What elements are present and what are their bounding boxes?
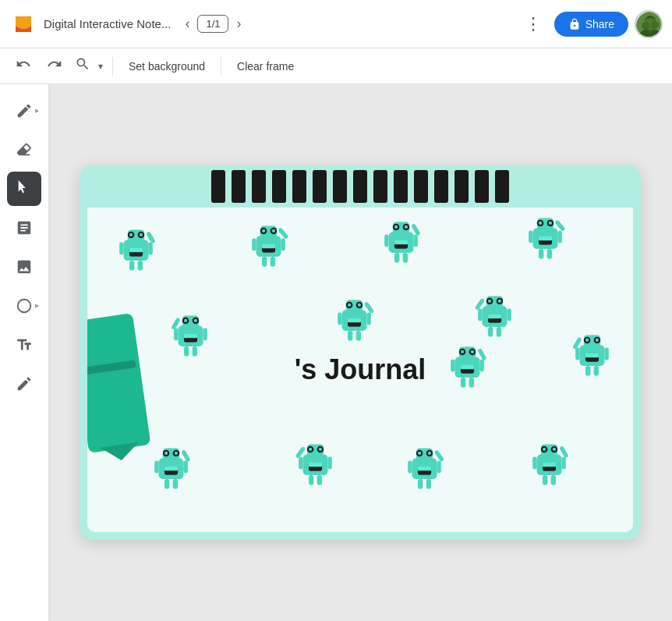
svg-point-65 bbox=[194, 319, 197, 322]
svg-rect-84 bbox=[356, 331, 361, 341]
svg-point-117 bbox=[596, 339, 599, 342]
robot-4 bbox=[520, 211, 571, 274]
svg-point-7 bbox=[18, 300, 31, 313]
svg-rect-41 bbox=[394, 240, 408, 244]
undo-button[interactable] bbox=[9, 51, 37, 80]
svg-rect-120 bbox=[575, 348, 579, 360]
notes-tool[interactable] bbox=[7, 211, 41, 245]
journal-title: 's Journal bbox=[295, 353, 426, 386]
svg-rect-68 bbox=[174, 328, 178, 341]
svg-rect-107 bbox=[451, 360, 454, 372]
more-options-button[interactable]: ⋮ bbox=[518, 11, 548, 37]
robot-11 bbox=[290, 438, 341, 500]
robot-8 bbox=[442, 340, 493, 403]
svg-rect-123 bbox=[594, 366, 599, 376]
svg-point-77 bbox=[348, 303, 351, 307]
zoom-button[interactable] bbox=[72, 52, 94, 80]
svg-point-26 bbox=[272, 229, 275, 232]
svg-rect-173 bbox=[562, 457, 566, 470]
svg-rect-70 bbox=[184, 346, 189, 357]
svg-point-12 bbox=[129, 233, 133, 236]
svg-point-78 bbox=[358, 303, 361, 307]
svg-rect-121 bbox=[605, 348, 609, 360]
app-logo bbox=[9, 10, 37, 38]
svg-rect-149 bbox=[317, 475, 322, 485]
svg-rect-30 bbox=[281, 239, 285, 251]
pen-tool[interactable] bbox=[7, 94, 41, 128]
document-title: Digital Interactive Note... bbox=[44, 17, 171, 30]
svg-point-4 bbox=[642, 22, 649, 30]
robot-2 bbox=[243, 219, 294, 282]
svg-rect-172 bbox=[532, 457, 536, 470]
prev-page-button[interactable]: ‹ bbox=[180, 12, 194, 35]
svg-point-25 bbox=[262, 229, 265, 232]
svg-point-169 bbox=[553, 448, 556, 451]
spiral-coil-13 bbox=[454, 170, 469, 203]
image-tool[interactable] bbox=[7, 250, 41, 284]
toolbar-divider-2 bbox=[221, 57, 221, 76]
svg-point-51 bbox=[539, 222, 542, 225]
text-tool[interactable] bbox=[7, 328, 41, 362]
image-icon bbox=[16, 258, 33, 275]
svg-point-142 bbox=[309, 448, 312, 451]
share-button[interactable]: Share bbox=[554, 12, 628, 37]
svg-point-129 bbox=[164, 452, 168, 455]
svg-rect-54 bbox=[539, 236, 552, 240]
robot-3 bbox=[376, 215, 426, 278]
svg-rect-71 bbox=[193, 346, 197, 357]
user-avatar[interactable] bbox=[635, 10, 663, 38]
magnify-icon bbox=[75, 56, 90, 72]
spiral-coil-8 bbox=[353, 170, 367, 203]
text-icon bbox=[16, 336, 33, 353]
svg-rect-134 bbox=[184, 461, 188, 474]
svg-point-90 bbox=[488, 300, 491, 303]
next-page-button[interactable]: › bbox=[232, 12, 246, 35]
svg-rect-119 bbox=[585, 353, 599, 357]
left-sidebar bbox=[0, 84, 48, 621]
robot-6 bbox=[329, 293, 380, 356]
svg-rect-57 bbox=[539, 249, 543, 259]
redo-button[interactable] bbox=[41, 51, 69, 80]
lock-icon bbox=[568, 18, 581, 30]
svg-rect-122 bbox=[585, 366, 590, 376]
marker-decoration bbox=[87, 313, 150, 452]
robot-1 bbox=[111, 223, 161, 286]
spiral-coil-10 bbox=[394, 170, 408, 203]
shape-tool[interactable] bbox=[7, 289, 41, 323]
freehand-tool[interactable] bbox=[7, 367, 41, 401]
svg-point-52 bbox=[549, 222, 552, 225]
canvas-area[interactable]: 's Journal bbox=[48, 84, 672, 621]
toolbar-divider bbox=[112, 57, 113, 76]
svg-rect-175 bbox=[551, 475, 556, 485]
eraser-icon bbox=[16, 141, 33, 158]
svg-rect-97 bbox=[497, 327, 501, 337]
svg-rect-81 bbox=[338, 313, 341, 325]
svg-rect-171 bbox=[543, 463, 556, 467]
spiral-coil-9 bbox=[373, 170, 387, 203]
svg-rect-18 bbox=[129, 261, 134, 271]
svg-rect-32 bbox=[271, 257, 275, 267]
pen-icon bbox=[16, 102, 33, 119]
set-background-button[interactable]: Set background bbox=[119, 55, 214, 77]
svg-rect-15 bbox=[129, 248, 143, 252]
svg-rect-82 bbox=[367, 313, 371, 325]
svg-point-156 bbox=[428, 452, 431, 455]
redo-icon bbox=[47, 56, 62, 72]
svg-rect-94 bbox=[478, 309, 482, 321]
zoom-dropdown-button[interactable]: ▾ bbox=[95, 57, 106, 76]
spiral-coil-14 bbox=[475, 170, 489, 203]
svg-rect-29 bbox=[252, 239, 256, 251]
svg-rect-28 bbox=[262, 244, 275, 248]
svg-rect-109 bbox=[461, 378, 465, 388]
svg-point-155 bbox=[418, 452, 421, 455]
select-tool[interactable] bbox=[7, 172, 41, 206]
svg-rect-83 bbox=[348, 331, 352, 341]
eraser-tool[interactable] bbox=[7, 133, 41, 167]
svg-rect-19 bbox=[138, 261, 143, 271]
clear-frame-button[interactable]: Clear frame bbox=[228, 55, 303, 77]
notes-icon bbox=[16, 219, 33, 236]
svg-point-91 bbox=[498, 300, 501, 303]
svg-rect-55 bbox=[529, 231, 532, 243]
cursor-icon bbox=[16, 180, 33, 197]
svg-rect-162 bbox=[426, 479, 431, 489]
